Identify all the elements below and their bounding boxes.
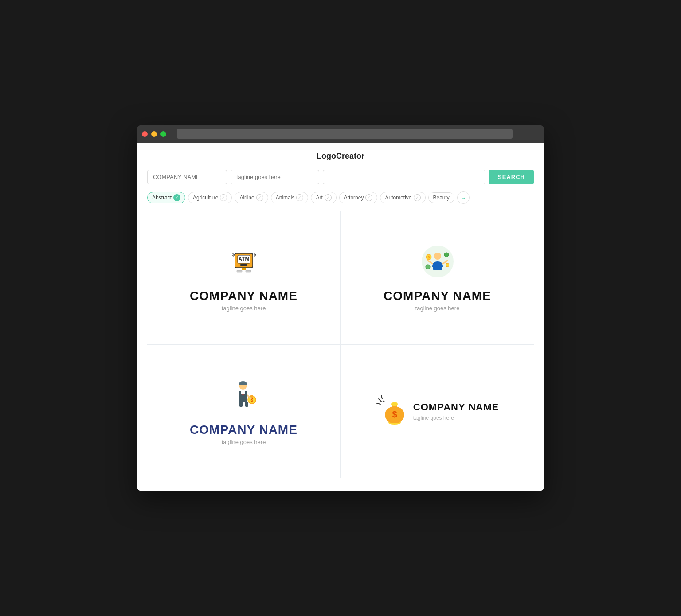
filter-check-art: ✓ xyxy=(325,194,332,201)
svg-line-31 xyxy=(381,395,382,399)
titlebar xyxy=(137,125,544,143)
filter-chip-animals[interactable]: Animals ✓ xyxy=(271,192,309,203)
logo-tagline-3: tagline goes here xyxy=(222,439,266,445)
svg-point-13 xyxy=(446,263,449,267)
filter-label-art: Art xyxy=(316,195,322,201)
filter-chip-art[interactable]: Art ✓ xyxy=(311,192,336,203)
svg-rect-23 xyxy=(239,402,243,407)
logo-company-name-3: COMPANY NAME xyxy=(190,423,297,437)
logo-card-1[interactable]: ATM $ $ COMPANY NAME tagline goes here xyxy=(147,211,340,344)
svg-point-39 xyxy=(388,420,401,423)
logo-card-4[interactable]: ✦ $ xyxy=(341,345,534,478)
tagline-input[interactable] xyxy=(231,170,319,184)
logo-card-2[interactable]: $ COMPANY NAME tagline goes here xyxy=(341,211,534,344)
svg-line-29 xyxy=(379,399,381,402)
filter-check-agriculture: ✓ xyxy=(220,194,227,201)
logo-tagline-2: tagline goes here xyxy=(415,305,460,312)
logo-inner-4: ✦ $ xyxy=(376,393,499,430)
svg-text:$: $ xyxy=(232,252,235,257)
filter-bar: Abstract ✓ Agriculture ✓ Airline ✓ Anima… xyxy=(147,191,534,204)
logo-company-name-4: COMPANY NAME xyxy=(413,402,499,413)
svg-rect-16 xyxy=(433,266,442,270)
filter-check-attorney: ✓ xyxy=(365,194,372,201)
filter-check-abstract: ✓ xyxy=(173,194,180,201)
filter-label-attorney: Attorney xyxy=(344,195,364,201)
svg-rect-8 xyxy=(246,270,251,272)
svg-rect-3 xyxy=(240,264,247,266)
filter-label-beauty: Beauty xyxy=(433,195,450,201)
maximize-button[interactable] xyxy=(160,131,166,137)
svg-text:✦: ✦ xyxy=(382,399,385,403)
filter-label-automotive: Automotive xyxy=(385,195,411,201)
logo-company-name-1: COMPANY NAME xyxy=(190,289,297,303)
svg-point-36 xyxy=(391,402,398,406)
filter-label-animals: Animals xyxy=(276,195,295,201)
svg-rect-22 xyxy=(241,391,245,394)
svg-rect-27 xyxy=(250,395,253,398)
svg-rect-7 xyxy=(237,270,242,272)
filter-next-button[interactable]: → xyxy=(457,191,470,204)
filter-chip-attorney[interactable]: Attorney ✓ xyxy=(339,192,378,203)
svg-point-14 xyxy=(426,265,430,269)
filter-label-airline: Airline xyxy=(239,195,254,201)
filter-check-airline: ✓ xyxy=(256,194,263,201)
logo-grid: ATM $ $ COMPANY NAME tagline goes here xyxy=(147,211,534,478)
svg-text:$: $ xyxy=(254,252,256,257)
svg-rect-24 xyxy=(245,402,248,407)
filter-chip-abstract[interactable]: Abstract ✓ xyxy=(147,192,185,203)
svg-line-30 xyxy=(377,403,380,404)
logo-icon-3: $ xyxy=(226,378,262,417)
minimize-button[interactable] xyxy=(151,131,157,137)
logo-icon-2: $ xyxy=(420,244,455,284)
logo-card-3[interactable]: $ COMPANY NAME tagline goes here xyxy=(147,345,340,478)
svg-text:$: $ xyxy=(392,409,397,419)
svg-point-15 xyxy=(434,253,441,260)
svg-text:ATM: ATM xyxy=(238,256,249,262)
logo-company-name-2: COMPANY NAME xyxy=(384,289,491,303)
filter-chip-beauty[interactable]: Beauty xyxy=(428,192,454,203)
logo-text-4: COMPANY NAME tagline goes here xyxy=(413,402,499,421)
close-button[interactable] xyxy=(142,131,148,137)
filter-check-automotive: ✓ xyxy=(414,194,421,201)
logo-tagline-1: tagline goes here xyxy=(222,305,266,312)
svg-rect-4 xyxy=(242,268,246,270)
app-body: LogoCreator SEARCH Abstract ✓ Agricultur… xyxy=(137,143,544,491)
svg-point-12 xyxy=(444,253,449,257)
search-button[interactable]: SEARCH xyxy=(489,170,534,184)
company-name-input[interactable] xyxy=(147,170,227,184)
filter-label-abstract: Abstract xyxy=(152,195,172,201)
svg-text:$: $ xyxy=(428,256,430,259)
logo-icon-4: ✦ $ xyxy=(376,393,408,430)
filter-chip-agriculture[interactable]: Agriculture ✓ xyxy=(188,192,232,203)
filter-label-agriculture: Agriculture xyxy=(193,195,218,201)
app-title: LogoCreator xyxy=(147,152,534,161)
extra-input[interactable] xyxy=(323,170,485,184)
logo-tagline-4: tagline goes here xyxy=(413,415,499,421)
app-window: LogoCreator SEARCH Abstract ✓ Agricultur… xyxy=(137,125,544,491)
logo-icon-1: ATM $ $ xyxy=(226,244,262,284)
filter-check-animals: ✓ xyxy=(296,194,303,201)
address-bar xyxy=(177,129,513,139)
search-bar: SEARCH xyxy=(147,170,534,184)
filter-chip-automotive[interactable]: Automotive ✓ xyxy=(380,192,425,203)
filter-chip-airline[interactable]: Airline ✓ xyxy=(235,192,268,203)
